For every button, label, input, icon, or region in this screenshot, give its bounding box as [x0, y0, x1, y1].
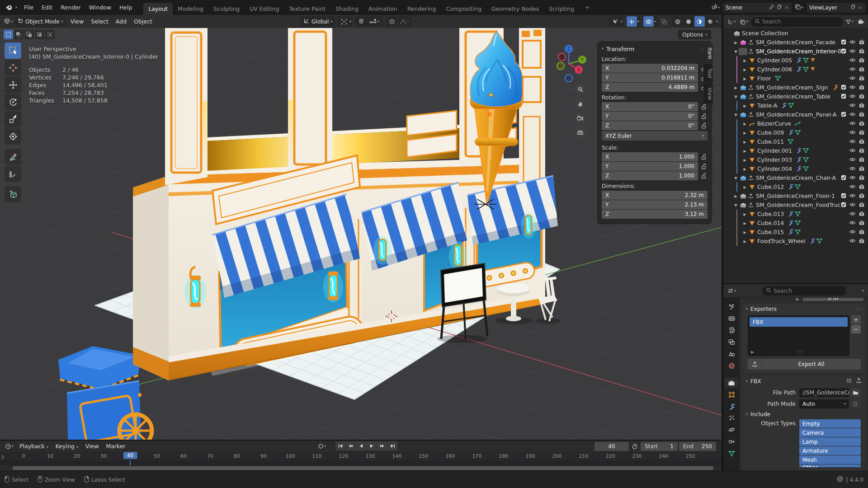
outliner-row[interactable]: Scene Collection — [723, 29, 868, 38]
outliner-row[interactable]: ▶SM_GoldenIceCream_Floor-1 — [723, 192, 868, 201]
disable-render-toggle[interactable] — [859, 48, 865, 55]
file-path-field[interactable]: //SM_GoldenIceCream_I — [799, 388, 849, 397]
value-field[interactable]: X0° — [602, 102, 698, 111]
disable-render-toggle[interactable] — [859, 184, 865, 191]
expand-chevron-icon[interactable]: ▶ — [741, 149, 748, 153]
lock-icon[interactable] — [700, 173, 708, 179]
properties-tab-view-layer[interactable] — [725, 337, 738, 347]
hide-viewport-toggle[interactable] — [849, 75, 856, 82]
collection-checkbox[interactable] — [841, 202, 846, 209]
disable-render-toggle[interactable] — [859, 75, 865, 82]
hide-viewport-toggle[interactable] — [849, 193, 856, 200]
properties-tab-world[interactable] — [725, 360, 738, 371]
disable-render-toggle[interactable] — [859, 57, 865, 64]
lock-icon[interactable] — [700, 113, 708, 119]
badge-meshdata-icon[interactable] — [816, 238, 822, 245]
outliner-row[interactable]: ▶Cylinder.005 — [723, 56, 868, 65]
collection-checkbox[interactable] — [841, 39, 846, 46]
hide-viewport-toggle[interactable] — [849, 130, 856, 136]
hide-viewport-toggle[interactable] — [849, 238, 856, 245]
expand-chevron-icon[interactable]: ▶ — [741, 167, 748, 171]
browse-viewlayer-button[interactable]: ▾ — [793, 3, 805, 13]
select-mode-intersect[interactable] — [45, 30, 55, 39]
select-mode-invert[interactable] — [35, 30, 44, 39]
badge-meshsmall-icon[interactable] — [810, 57, 816, 64]
workspace-tab-uv-editing[interactable]: UV Editing — [245, 3, 284, 15]
menu-edit[interactable]: Edit — [38, 3, 57, 12]
properties-tab-physics[interactable] — [725, 424, 738, 435]
hide-viewport-toggle[interactable] — [849, 103, 856, 109]
sidebar-tab-tool[interactable]: Tool — [703, 64, 713, 82]
next-keyframe-button[interactable] — [377, 441, 387, 450]
hide-viewport-toggle[interactable] — [849, 166, 856, 173]
lock-icon[interactable] — [700, 164, 708, 169]
hide-viewport-toggle[interactable] — [849, 121, 856, 127]
options-dropdown[interactable]: Options▾ — [678, 30, 711, 39]
properties-tab-scene[interactable] — [725, 348, 738, 359]
outliner-row[interactable]: ▼SM_GoldenIceCream_FoodTruck — [723, 201, 868, 210]
outliner-row[interactable]: ▼SM_GoldenIceCream_Chair-A — [723, 174, 868, 183]
value-field[interactable]: Y0.016911 m — [602, 73, 698, 82]
add-exporter-button[interactable]: + — [851, 315, 861, 324]
disable-render-toggle[interactable] — [859, 94, 865, 100]
outliner-row[interactable]: ▶BézierCurve — [723, 119, 868, 128]
hide-viewport-toggle[interactable] — [849, 39, 856, 46]
badge-meshdata-icon[interactable] — [795, 184, 801, 191]
disable-render-toggle[interactable] — [859, 202, 865, 209]
outliner-row[interactable]: ▶Table-A — [723, 101, 868, 110]
badge-curvedata-icon[interactable] — [795, 121, 801, 127]
badge-modifier-icon[interactable] — [788, 229, 793, 236]
xray-toggle[interactable] — [659, 16, 670, 27]
properties-tab-collection[interactable] — [725, 377, 738, 388]
zoom-button[interactable] — [574, 83, 586, 95]
outliner-row[interactable]: ▶Cube.015 — [723, 228, 868, 237]
value-field[interactable]: Y2.13 m — [602, 200, 708, 209]
hide-viewport-toggle[interactable] — [849, 112, 856, 118]
object-type-armature[interactable]: Armature — [799, 446, 861, 455]
proportional-editing-toggle[interactable] — [387, 16, 397, 27]
hide-viewport-toggle[interactable] — [849, 148, 856, 155]
shading-wireframe-button[interactable] — [673, 16, 683, 27]
select-box-tool-button[interactable] — [5, 42, 21, 59]
outliner-row[interactable]: ▶Cube.009 — [723, 128, 868, 137]
hide-viewport-toggle[interactable] — [849, 139, 856, 145]
workspace-tab-rendering[interactable]: Rendering — [402, 3, 441, 15]
expand-chevron-icon[interactable]: ▶ — [741, 122, 748, 126]
jump-to-end-button[interactable] — [387, 441, 397, 450]
expand-chevron-icon[interactable]: ▼ — [732, 95, 739, 99]
expand-chevron-icon[interactable]: ▶ — [741, 131, 748, 135]
menu-help[interactable]: Help — [115, 3, 137, 12]
disable-render-toggle[interactable] — [859, 211, 865, 218]
viewlayer-selector[interactable]: ViewLayer ✕ — [807, 3, 865, 13]
disable-render-toggle[interactable] — [859, 175, 865, 182]
badge-modifier-icon[interactable] — [788, 129, 793, 136]
transform-tool-button[interactable] — [5, 128, 21, 145]
disable-render-toggle[interactable] — [859, 238, 865, 245]
scale-tool-button[interactable] — [5, 111, 21, 127]
disable-render-toggle[interactable] — [859, 229, 865, 236]
new-collection-button[interactable] — [856, 17, 866, 27]
object-type-mesh[interactable]: Mesh — [799, 455, 861, 464]
add-cube-tool-button[interactable] — [5, 186, 21, 202]
timeline-editor-type-button[interactable]: ▾ — [4, 441, 15, 451]
blender-logo-icon[interactable] — [3, 3, 14, 13]
workspace-tab-modeling[interactable]: Modeling — [173, 3, 208, 15]
disable-render-toggle[interactable] — [859, 148, 865, 155]
object-type-lamp[interactable]: Lamp — [799, 437, 861, 446]
properties-tab-tool[interactable] — [725, 301, 738, 312]
properties-tab-constraints[interactable] — [725, 436, 738, 447]
collapse-icon[interactable]: ▾ — [746, 413, 748, 416]
badge-meshsmall-icon[interactable] — [810, 66, 816, 73]
outliner-filter-display-dropdown[interactable]: ▾ — [738, 17, 750, 27]
jump-to-start-button[interactable] — [335, 441, 345, 450]
collection-checkbox[interactable] — [841, 175, 846, 182]
badge-meshdata-icon[interactable] — [795, 229, 801, 236]
expand-chevron-icon[interactable]: ▶ — [741, 77, 748, 81]
hide-viewport-toggle[interactable] — [849, 175, 856, 182]
disable-render-toggle[interactable] — [859, 220, 865, 227]
camera-view-button[interactable] — [574, 112, 586, 124]
properties-options-dropdown[interactable]: ▾ — [861, 286, 865, 296]
disable-render-toggle[interactable] — [859, 103, 865, 109]
object-type-empty[interactable]: Empty — [799, 419, 861, 428]
collection-checkbox[interactable] — [841, 84, 846, 91]
